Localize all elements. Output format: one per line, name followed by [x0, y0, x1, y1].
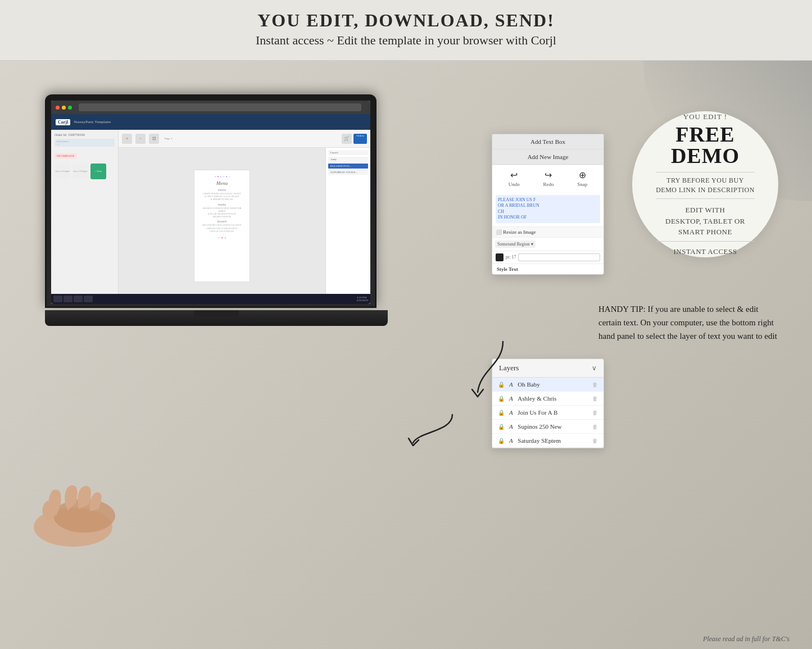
sidebar-action-2[interactable]: Save a Changes [72, 164, 88, 179]
sidebar-actions: Save to Orignal Save a Changes ✓ Done [55, 164, 115, 179]
layer-item-supinos[interactable]: 🔒 A Supinos 250 New 🗑 [492, 420, 604, 434]
toolbar-btn-orders[interactable]: Orders [353, 134, 367, 144]
layer-type-3: A [509, 409, 513, 416]
corjl-panel: Add Text Box Add New Image ↩ Undo ↪ Redo… [492, 134, 604, 275]
entree-section: entree [199, 188, 245, 192]
menu-card: ✦✦ ✦✦ ✦✦ Menu entree CRISPY PEKING DUCK … [194, 170, 250, 282]
order-id: Order Id: 1509758194 [55, 133, 115, 137]
layer-delete-2[interactable]: 🗑 [592, 396, 598, 402]
main-items: SHARED GUINNESS BEEF SHORT RIB SHRED& PE… [199, 207, 245, 219]
layer-item-saturday[interactable]: 🔒 A Saturday SEptem 🗑 [492, 434, 604, 448]
menu-title: Menu [199, 180, 245, 186]
demo-divider-3 [656, 241, 755, 242]
entree-items: CRISPY PEKING DUCK ROLL SWEET& SPICY DIP… [199, 192, 245, 201]
demo-try: TRY BEFORE YOU BUY DEMO LINK IN DESCRIPT… [656, 176, 755, 195]
undo-label: Undo [509, 181, 520, 187]
screen-toolbar: + - ⊡ Page 1 🛒 Orders [119, 130, 370, 148]
browser-bar [51, 101, 370, 114]
sidebar-status: INCOMPLETE [55, 149, 115, 159]
layer-lock-4: 🔒 [498, 424, 505, 430]
demo-instant: INSTANT ACCESS [674, 247, 737, 256]
hand-area [28, 460, 140, 550]
arrow-tip-to-layers [407, 409, 464, 456]
layer-delete-4[interactable]: 🗑 [592, 424, 598, 430]
canvas-panel: ✦✦ ✦✦ ✦✦ Menu entree CRISPY PEKING DUCK … [119, 148, 325, 304]
demo-divider-2 [656, 198, 755, 199]
color-swatch[interactable] [496, 253, 503, 261]
taskbar-time: 3:23 PM6/10/2019 [357, 296, 368, 302]
layer-delete-1[interactable]: 🗑 [592, 382, 598, 388]
stars-decor: ✦✦ ✦✦ ✦✦ [199, 175, 245, 178]
layer-delete-5[interactable]: 🗑 [592, 438, 598, 444]
redo-label: Redo [543, 181, 554, 187]
laptop-lid: Corjl NoorayParty Templates Order Id: 15… [45, 94, 376, 308]
snap-action[interactable]: ⊕ Snap [577, 170, 587, 187]
undo-icon: ↩ [510, 170, 518, 180]
dot-green [68, 106, 72, 110]
right-panel-selected: PLEASEJOYUS... [328, 164, 368, 169]
toolbar-btn-order[interactable]: 🛒 [342, 134, 352, 144]
preview-text: PLEASE JOIN US FOR A BRIDAL BRUNCHIN HON… [496, 195, 600, 223]
layer-name-ashley: Ashley & Chris [518, 395, 588, 402]
layers-chevron[interactable]: ∨ [592, 364, 597, 373]
laptop-outer: Corjl NoorayParty Templates Order Id: 15… [45, 94, 382, 516]
font-selector[interactable]: Somerand Region ▾ [495, 240, 536, 248]
main-title: YOU EDIT, DOWNLOAD, SEND! [11, 10, 801, 31]
demo-free: FREE [675, 124, 734, 145]
url-bar [79, 103, 361, 111]
field-size: pt: 17 [506, 255, 516, 260]
screen-sidebar: Order Id: 1509758194 best front ↑ s/s IN… [51, 130, 119, 304]
layer-delete-3[interactable]: 🗑 [592, 410, 598, 416]
handy-tip: HANDY TIP: If you are unable to select &… [598, 302, 778, 343]
resize-label: ⬜ Resize as Image [492, 227, 604, 238]
arrow-panel-to-layers [469, 336, 514, 406]
field-input[interactable] [518, 253, 600, 261]
sidebar-action-3[interactable]: ✓ Done [90, 164, 106, 179]
page-indicator: Page 1 [165, 137, 172, 140]
dot-red [56, 106, 60, 110]
hand-svg [28, 460, 140, 550]
screen-main: + - ⊡ Page 1 🛒 Orders [119, 130, 370, 304]
layer-lock-3: 🔒 [498, 410, 505, 416]
layer-item-join[interactable]: 🔒 A Join Us For A B 🗑 [492, 406, 604, 420]
toolbar-btn-zoom-in[interactable]: + [122, 134, 132, 144]
field-row: pt: 17 [492, 251, 604, 264]
right-panel: Layers Andy PLEASEJOYUS... SATURDAY AUGU… [325, 148, 370, 304]
layer-lock-5: 🔒 [498, 438, 505, 444]
handy-tip-text: HANDY TIP: If you are unable to select &… [598, 305, 777, 341]
corjl-logo: Corjl [56, 119, 70, 125]
undo-action[interactable]: ↩ Undo [509, 170, 520, 187]
layer-name-oh-baby: Oh Baby [518, 381, 588, 388]
add-text-box-btn[interactable]: Add Text Box [492, 134, 604, 149]
right-panel-andy: Andy [328, 157, 368, 162]
screen-content: Order Id: 1509758194 best front ↑ s/s IN… [51, 130, 370, 304]
layer-type-5: A [509, 437, 513, 444]
laptop-base [45, 310, 388, 326]
bottom-stars: ✦✦ ✦ [199, 236, 245, 239]
toolbar-btn-zoom-out[interactable]: - [135, 134, 146, 144]
demo-edit-with: EDIT WITHDESKTOP, TABLET ORSMART PHONE [665, 205, 745, 238]
layer-name-join: Join Us For A B [518, 409, 588, 416]
demo-circle: YOU EDIT ! FREE DEMO TRY BEFORE YOU BUY … [632, 111, 778, 257]
sidebar-action-1[interactable]: Save to Orignal [55, 164, 70, 179]
right-panel-item2: SATURDAY AUGUS... [328, 170, 368, 175]
snap-label: Snap [577, 181, 587, 187]
laptop-trackpad [194, 310, 239, 317]
sub-title: Instant access ~ Edit the template in yo… [11, 33, 801, 48]
redo-icon: ↪ [545, 170, 552, 180]
main-section: mains [199, 203, 245, 206]
layer-name-saturday: Saturday SEptem [518, 437, 588, 444]
canvas-area: ✦✦ ✦✦ ✦✦ Menu entree CRISPY PEKING DUCK … [119, 148, 370, 304]
footer-text: Please read ad in full for T&C's [703, 635, 790, 643]
demo-divider-1 [656, 172, 755, 173]
demo-you-edit: YOU EDIT ! [683, 112, 727, 121]
redo-action[interactable]: ↪ Redo [543, 170, 554, 187]
right-panel-layers: Layers [328, 150, 368, 155]
corjl-actions: ↩ Undo ↪ Redo ⊕ Snap [492, 165, 604, 192]
layer-name-supinos: Supinos 250 New [518, 423, 588, 430]
taskbar: 3:23 PM6/10/2019 [119, 294, 370, 304]
toolbar-btn-fit[interactable]: ⊡ [149, 134, 159, 144]
main-area: Corjl NoorayParty Templates Order Id: 15… [0, 61, 812, 649]
add-new-image-btn[interactable]: Add New Image [492, 149, 604, 165]
dessert-items: DECONSTRUCTED LEMON COCONUTCHEESECAKE PA… [199, 224, 245, 233]
